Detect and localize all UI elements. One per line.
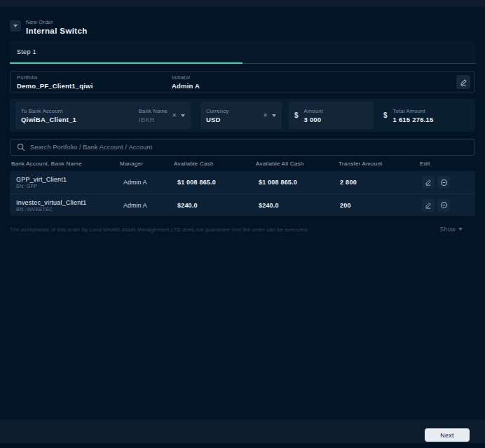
- available-cash-cell: $1 008 865.0: [172, 179, 254, 186]
- pencil-icon: [460, 79, 467, 86]
- amount-value: 3 000: [304, 116, 323, 123]
- currency-dropdown-chevron-icon[interactable]: [272, 114, 276, 117]
- window-top-strip: [0, 0, 485, 7]
- bank-name-subtext: BN: GPP: [16, 184, 118, 189]
- order-titles: New Order Internal Switch: [26, 19, 88, 35]
- page-title: Internal Switch: [26, 27, 88, 35]
- to-bank-account-value: QiwiBA_Client_1: [21, 116, 76, 123]
- initiator-field: Initiator Admin A: [172, 74, 200, 90]
- order-kicker: New Order: [26, 19, 88, 25]
- edit-row-button[interactable]: [422, 176, 435, 189]
- show-label: Show: [440, 226, 456, 233]
- total-amount-label: Total Amount: [393, 108, 434, 114]
- window-bottom-strip: [0, 443, 485, 448]
- initiator-label: Initiator: [172, 74, 200, 81]
- edit-cell: [418, 176, 475, 189]
- portfolio-field[interactable]: Portfolio Demo_PF_Client1_qiwi: [17, 74, 93, 90]
- accounts-table: GPP_virt_Client1 BN: GPP Admin A $1 008 …: [10, 171, 475, 216]
- column-header-edit: Edit: [420, 161, 475, 167]
- column-header-available-all-cash[interactable]: Available All Cash: [256, 161, 339, 167]
- column-header-bank-account[interactable]: Bank Account, Bank Name: [11, 161, 120, 167]
- bank-name-group: Bank Name IBKR ✕: [139, 108, 185, 123]
- currency-label: Currency: [206, 108, 228, 114]
- initiator-value: Admin A: [172, 82, 200, 90]
- footer-bar: Next: [0, 419, 485, 443]
- edit-row-button[interactable]: [422, 199, 435, 212]
- available-all-cash-cell: $240.0: [254, 202, 337, 209]
- amount-input[interactable]: $ Amount 3 000: [289, 102, 374, 129]
- next-button[interactable]: Next: [425, 428, 470, 442]
- bank-account-cell: GPP_virt_Client1 BN: GPP: [10, 176, 118, 189]
- to-bank-account-select[interactable]: To Bank Account QiwiBA_Client_1 Bank Nam…: [15, 102, 191, 129]
- total-amount-field: $ Total Amount 1 615 276.15: [383, 108, 433, 123]
- dollar-icon: $: [294, 111, 299, 119]
- bank-name-subtext: BN: INVESTEC: [16, 207, 118, 212]
- bank-name-field: Bank Name IBKR: [139, 108, 168, 123]
- minus-circle-icon: [440, 201, 448, 209]
- table-row[interactable]: GPP_virt_Client1 BN: GPP Admin A $1 008 …: [10, 171, 475, 194]
- order-header: New Order Internal Switch: [10, 19, 475, 35]
- chevron-down-icon: [13, 25, 18, 27]
- column-header-transfer-amount[interactable]: Transfer Amount: [339, 161, 420, 167]
- to-bank-account-field: To Bank Account QiwiBA_Client_1: [21, 108, 76, 123]
- search-icon: [17, 143, 25, 151]
- clear-bank-icon[interactable]: ✕: [172, 113, 177, 118]
- order-form: New Order Internal Switch Step 1 Portfol…: [0, 19, 485, 233]
- amount-field: Amount 3 000: [304, 108, 323, 123]
- currency-value: USD: [206, 116, 228, 123]
- chevron-down-icon: [458, 228, 463, 231]
- bank-dropdown-chevron-icon[interactable]: [181, 114, 185, 117]
- bank-account-cell: Investec_virtual_Client1 BN: INVESTEC: [10, 199, 118, 212]
- transfer-amount-cell: 2 800: [337, 179, 418, 186]
- bank-account-name: Investec_virtual_Client1: [16, 199, 118, 206]
- portfolio-initiator-row: Portfolio Demo_PF_Client1_qiwi Initiator…: [10, 71, 475, 93]
- currency-field: Currency USD: [206, 108, 228, 123]
- show-toggle[interactable]: Show: [440, 226, 463, 233]
- edit-cell: [418, 199, 475, 212]
- bank-name-value: IBKR: [139, 116, 168, 123]
- transfer-amount-cell: 200: [337, 202, 418, 209]
- pencil-icon: [425, 202, 432, 209]
- to-bank-account-label: To Bank Account: [21, 108, 76, 114]
- column-header-available-cash[interactable]: Available Cash: [174, 161, 256, 167]
- clear-currency-icon[interactable]: ✕: [263, 113, 268, 118]
- portfolio-label: Portfolio: [17, 74, 93, 81]
- remove-row-button[interactable]: [437, 176, 450, 189]
- total-amount-value: 1 615 276.15: [393, 116, 434, 123]
- search-bar: [10, 139, 475, 156]
- manager-cell: Admin A: [118, 179, 172, 186]
- dollar-icon: $: [383, 111, 388, 119]
- currency-controls: ✕: [263, 113, 276, 118]
- pencil-icon: [425, 179, 432, 186]
- edit-order-button[interactable]: [456, 75, 470, 89]
- bank-account-name: GPP_virt_Client1: [16, 176, 118, 183]
- search-input[interactable]: [30, 144, 468, 151]
- manager-cell: Admin A: [118, 202, 172, 209]
- step-field[interactable]: Step 1: [10, 41, 475, 64]
- collapse-order-button[interactable]: [10, 20, 21, 32]
- column-header-manager[interactable]: Manager: [120, 161, 174, 167]
- amount-label: Amount: [304, 108, 323, 114]
- currency-select[interactable]: Currency USD ✕: [200, 102, 282, 129]
- minus-circle-icon: [440, 179, 448, 186]
- step-label: Step 1: [17, 48, 36, 55]
- portfolio-value: Demo_PF_Client1_qiwi: [17, 82, 93, 90]
- bank-name-label: Bank Name: [139, 108, 168, 114]
- step-progress-underline: [10, 62, 242, 64]
- transfer-details-panel: To Bank Account QiwiBA_Client_1 Bank Nam…: [10, 99, 475, 132]
- footer: Next: [0, 419, 485, 448]
- available-all-cash-cell: $1 008 865.0: [254, 179, 337, 186]
- table-header: Bank Account, Bank Name Manager Availabl…: [10, 161, 475, 167]
- available-cash-cell: $240.0: [172, 202, 254, 209]
- remove-row-button[interactable]: [437, 199, 450, 212]
- disclaimer-text: The acceptance of this order by Luna Wea…: [10, 226, 309, 233]
- table-row[interactable]: Investec_virtual_Client1 BN: INVESTEC Ad…: [10, 194, 475, 216]
- disclaimer-row: The acceptance of this order by Luna Wea…: [10, 226, 475, 233]
- total-amount-group: Total Amount 1 615 276.15: [393, 108, 434, 123]
